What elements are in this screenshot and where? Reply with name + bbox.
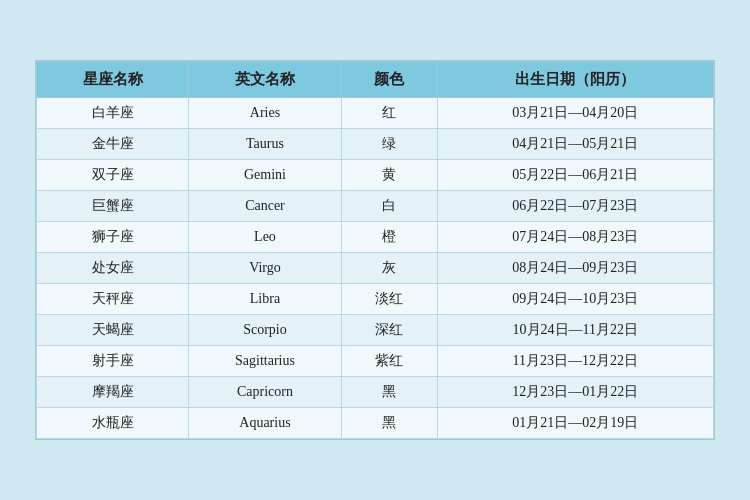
table-row: 天蝎座Scorpio深红10月24日—11月22日 — [37, 315, 714, 346]
table-row: 水瓶座Aquarius黑01月21日—02月19日 — [37, 408, 714, 439]
table-cell-8-2: 紫红 — [341, 346, 437, 377]
zodiac-table: 星座名称英文名称颜色出生日期（阳历） 白羊座Aries红03月21日—04月20… — [36, 61, 714, 439]
table-cell-2-2: 黄 — [341, 160, 437, 191]
table-cell-6-2: 淡红 — [341, 284, 437, 315]
table-cell-2-0: 双子座 — [37, 160, 189, 191]
table-cell-3-2: 白 — [341, 191, 437, 222]
table-cell-1-1: Taurus — [189, 129, 341, 160]
table-cell-4-0: 狮子座 — [37, 222, 189, 253]
table-cell-1-2: 绿 — [341, 129, 437, 160]
table-header-row: 星座名称英文名称颜色出生日期（阳历） — [37, 62, 714, 98]
table-row: 白羊座Aries红03月21日—04月20日 — [37, 98, 714, 129]
table-cell-8-0: 射手座 — [37, 346, 189, 377]
table-cell-2-3: 05月22日—06月21日 — [437, 160, 713, 191]
table-cell-7-1: Scorpio — [189, 315, 341, 346]
table-cell-3-0: 巨蟹座 — [37, 191, 189, 222]
table-cell-8-1: Sagittarius — [189, 346, 341, 377]
table-header-col-3: 出生日期（阳历） — [437, 62, 713, 98]
zodiac-table-container: 星座名称英文名称颜色出生日期（阳历） 白羊座Aries红03月21日—04月20… — [35, 60, 715, 440]
table-cell-6-3: 09月24日—10月23日 — [437, 284, 713, 315]
table-cell-2-1: Gemini — [189, 160, 341, 191]
table-cell-0-2: 红 — [341, 98, 437, 129]
table-cell-9-3: 12月23日—01月22日 — [437, 377, 713, 408]
table-row: 天秤座Libra淡红09月24日—10月23日 — [37, 284, 714, 315]
table-cell-0-0: 白羊座 — [37, 98, 189, 129]
table-cell-10-2: 黑 — [341, 408, 437, 439]
table-cell-9-1: Capricorn — [189, 377, 341, 408]
table-cell-7-0: 天蝎座 — [37, 315, 189, 346]
table-cell-5-2: 灰 — [341, 253, 437, 284]
table-header-col-2: 颜色 — [341, 62, 437, 98]
table-row: 处女座Virgo灰08月24日—09月23日 — [37, 253, 714, 284]
table-cell-8-3: 11月23日—12月22日 — [437, 346, 713, 377]
table-cell-10-3: 01月21日—02月19日 — [437, 408, 713, 439]
table-row: 巨蟹座Cancer白06月22日—07月23日 — [37, 191, 714, 222]
table-cell-6-0: 天秤座 — [37, 284, 189, 315]
table-cell-5-0: 处女座 — [37, 253, 189, 284]
table-cell-9-2: 黑 — [341, 377, 437, 408]
table-row: 摩羯座Capricorn黑12月23日—01月22日 — [37, 377, 714, 408]
table-cell-4-3: 07月24日—08月23日 — [437, 222, 713, 253]
table-body: 白羊座Aries红03月21日—04月20日金牛座Taurus绿04月21日—0… — [37, 98, 714, 439]
table-cell-10-0: 水瓶座 — [37, 408, 189, 439]
table-header-col-1: 英文名称 — [189, 62, 341, 98]
table-cell-1-0: 金牛座 — [37, 129, 189, 160]
table-row: 射手座Sagittarius紫红11月23日—12月22日 — [37, 346, 714, 377]
table-row: 狮子座Leo橙07月24日—08月23日 — [37, 222, 714, 253]
table-cell-4-1: Leo — [189, 222, 341, 253]
table-row: 双子座Gemini黄05月22日—06月21日 — [37, 160, 714, 191]
table-cell-3-3: 06月22日—07月23日 — [437, 191, 713, 222]
table-row: 金牛座Taurus绿04月21日—05月21日 — [37, 129, 714, 160]
table-cell-7-3: 10月24日—11月22日 — [437, 315, 713, 346]
table-cell-9-0: 摩羯座 — [37, 377, 189, 408]
table-cell-10-1: Aquarius — [189, 408, 341, 439]
table-cell-5-3: 08月24日—09月23日 — [437, 253, 713, 284]
table-cell-4-2: 橙 — [341, 222, 437, 253]
table-cell-0-3: 03月21日—04月20日 — [437, 98, 713, 129]
table-cell-7-2: 深红 — [341, 315, 437, 346]
table-cell-3-1: Cancer — [189, 191, 341, 222]
table-cell-5-1: Virgo — [189, 253, 341, 284]
table-cell-0-1: Aries — [189, 98, 341, 129]
table-cell-6-1: Libra — [189, 284, 341, 315]
table-header-col-0: 星座名称 — [37, 62, 189, 98]
table-cell-1-3: 04月21日—05月21日 — [437, 129, 713, 160]
